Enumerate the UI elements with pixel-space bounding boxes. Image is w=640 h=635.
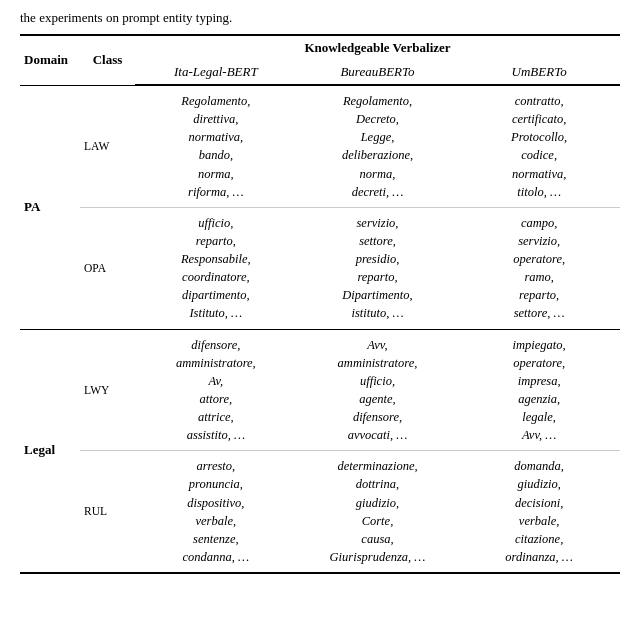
domain-cell: Legal	[20, 329, 80, 573]
results-table: Domain Class Knowledgeable Verbalizer It…	[20, 34, 620, 574]
domain-cell: PA	[20, 85, 80, 329]
kv1-cell: arresto, pronuncia, dispositivo, verbale…	[135, 451, 297, 573]
kv3-header: UmBERTo	[458, 60, 620, 85]
kv3-cell: impiegato, operatore, impresa, agenzia, …	[458, 329, 620, 451]
kv2-cell: Avv, amministratore, ufficio, agente, di…	[297, 329, 459, 451]
kv2-cell: Regolamento, Decreto, Legge, deliberazio…	[297, 85, 459, 207]
kv3-cell: contratto, certificato, Protocollo, codi…	[458, 85, 620, 207]
class-header: Class	[80, 35, 135, 85]
class-cell: LWY	[80, 329, 135, 451]
kv-group-header: Knowledgeable Verbalizer	[135, 35, 620, 60]
domain-header: Domain	[20, 35, 80, 85]
kv1-cell: difensore, amministratore, Av, attore, a…	[135, 329, 297, 451]
kv3-cell: domanda, giudizio, decisioni, verbale, c…	[458, 451, 620, 573]
intro-text: the experiments on prompt entity typing.	[20, 10, 620, 26]
class-cell: RUL	[80, 451, 135, 573]
kv2-cell: determinazione, dottrina, giudizio, Cort…	[297, 451, 459, 573]
kv3-cell: campo, servizio, operatore, ramo, repart…	[458, 207, 620, 329]
kv2-header: BureauBERTo	[297, 60, 459, 85]
kv1-header: Ita-Legal-BERT	[135, 60, 297, 85]
kv1-cell: Regolamento, direttiva, normativa, bando…	[135, 85, 297, 207]
kv2-cell: servizio, settore, presidio, reparto, Di…	[297, 207, 459, 329]
kv1-cell: ufficio, reparto, Responsabile, coordina…	[135, 207, 297, 329]
class-cell: LAW	[80, 85, 135, 207]
class-cell: OPA	[80, 207, 135, 329]
